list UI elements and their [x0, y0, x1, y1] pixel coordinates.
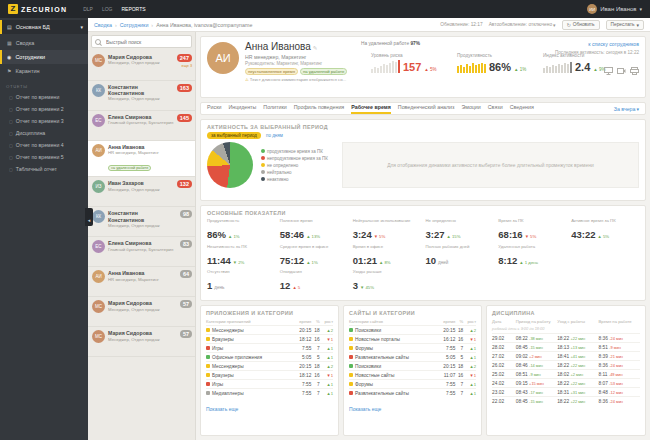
- sidebar-report-item[interactable]: Отчет по времени 5: [0, 151, 88, 163]
- employee-list-item[interactable]: КК Константин Константинов Менеджер, Отд…: [88, 81, 195, 111]
- risk-badge: 163: [177, 84, 192, 92]
- sidebar-report-item[interactable]: Отчет по времени 2: [0, 103, 88, 115]
- sidebar-report-item[interactable]: Дисциплина: [0, 127, 88, 139]
- pie-legend: продуктивное время за ПК непродуктивное …: [261, 149, 328, 182]
- report-item-label: Табличный отчет: [16, 166, 57, 172]
- top-menu-item[interactable]: REPORTS: [121, 6, 145, 12]
- tab[interactable]: Инциденты: [228, 103, 256, 114]
- risk-badge: 57: [180, 330, 192, 338]
- sidebar-item-database[interactable]: Основная БД: [0, 20, 88, 34]
- indicator-value: 3: [353, 281, 358, 291]
- app-category-row[interactable]: Браузеры 18:12 16 ▼1: [206, 371, 333, 380]
- employee-role: Главный бухгалтер, Бухгалтерия: [108, 247, 175, 252]
- tab[interactable]: Рабочее время: [351, 103, 391, 114]
- profile-tag[interactable]: неустановленное время: [245, 68, 298, 75]
- monitor-icon[interactable]: [604, 67, 613, 75]
- employee-list-item[interactable]: ЕС Елена Смирнова Главный бухгалтер, Бух…: [88, 111, 195, 141]
- app-category-row[interactable]: Игры 7:55 7 ▲1: [206, 344, 333, 353]
- legend-dot-icon: [261, 177, 265, 181]
- show-more-link[interactable]: Показать еще: [349, 406, 381, 412]
- employee-list-item[interactable]: ЕС Елена Смирнова Главный бухгалтер, Бух…: [88, 237, 195, 267]
- search-input[interactable]: [104, 38, 188, 46]
- tab[interactable]: Эмоции: [462, 103, 481, 114]
- employee-list-item[interactable]: КК Константин Константинов Менеджер, Отд…: [88, 207, 195, 237]
- site-category-row[interactable]: Новостные порталы 16:12 16 ▼1: [349, 335, 476, 344]
- breadcrumb[interactable]: Сотрудники: [120, 22, 149, 28]
- avatar: КК: [92, 210, 105, 223]
- tab[interactable]: Связи: [488, 103, 503, 114]
- zecurion-logo[interactable]: Z ZECURION: [8, 4, 67, 14]
- site-category-row[interactable]: Форумы 7:55 7 ▲1: [349, 344, 476, 353]
- report-icon: [9, 143, 13, 148]
- indicator-card: Отсутствия 1 день: [207, 270, 275, 291]
- breadcrumb[interactable]: Сводка: [94, 22, 112, 28]
- site-category-row[interactable]: Развлекательные сайты 7:55 7 ▲1: [349, 389, 476, 398]
- sidebar-report-item[interactable]: Отчет по времени 4: [0, 139, 88, 151]
- category-color-icon: [206, 391, 210, 395]
- printer-icon[interactable]: [630, 67, 639, 75]
- edit-icon[interactable]: [311, 41, 318, 52]
- category-color-icon: [349, 337, 353, 341]
- indicator-value: 12: [280, 281, 291, 291]
- employee-list-item[interactable]: АИ Анна Иванова HR менеджер, Маркетинг н…: [88, 141, 195, 177]
- employee-role: Менеджер, Отдел продаж: [108, 307, 175, 312]
- app-category-row[interactable]: Браузеры 18:12 16 ▼1: [206, 335, 333, 344]
- employee-list-item[interactable]: ИЗ Иван Захаров Менеджер, Отдел продаж 1…: [88, 177, 195, 207]
- app-category-row[interactable]: Офисные приложения 5:05 5 ▲1: [206, 353, 333, 362]
- employee-list-item[interactable]: МС Мария Сидорова Менеджер, Отдел продаж…: [88, 51, 195, 81]
- forward-button[interactable]: Переслать: [606, 20, 644, 30]
- profile-avatar: АИ: [207, 42, 239, 74]
- employee-role: HR менеджер, Маркетинг: [108, 150, 175, 155]
- indicator-card: Среднее время в офисе 75:12 ▲ 1%: [280, 245, 348, 266]
- sidebar-item-employees[interactable]: Сотрудники: [0, 50, 88, 64]
- employee-list-item[interactable]: МС Мария Сидорова Менеджер, Отдел продаж…: [88, 297, 195, 327]
- tab[interactable]: Профиль поведения: [294, 103, 345, 114]
- reports-section-label: ОТЧЕТЫ: [0, 78, 88, 91]
- refresh-button[interactable]: Обновить: [562, 20, 600, 30]
- autorefresh-toggle[interactable]: Автообновление: отключено: [489, 22, 556, 28]
- back-to-employees-link[interactable]: к списку сотрудников: [588, 41, 639, 47]
- app-category-row[interactable]: Мессенджеры 20:15 18 ▲2: [206, 326, 333, 335]
- app-category-row[interactable]: Мессенджеры 20:15 18 ▲2: [206, 362, 333, 371]
- site-category-row[interactable]: Новостные сайты 11:07 16 ▼1: [349, 371, 476, 380]
- employee-list-item[interactable]: МС Мария Сидорова Менеджер, Отдел продаж…: [88, 327, 195, 357]
- site-category-row[interactable]: Форумы 7:55 7 ▲1: [349, 380, 476, 389]
- sidebar-report-item[interactable]: Отчет по времени 3: [0, 115, 88, 127]
- show-more-link[interactable]: Показать еще: [206, 406, 238, 412]
- legend-item: неактивно: [261, 177, 328, 182]
- employee-list-item[interactable]: АИ Анна Иванова HR менеджер, Маркетинг 6…: [88, 267, 195, 297]
- app-category-row[interactable]: Медиаплееры 7:55 7 ▲1: [206, 389, 333, 398]
- risk-badge: 57: [180, 300, 192, 308]
- autorefresh-label: Автообновление: отключено: [489, 22, 552, 27]
- top-menu-item[interactable]: DLP: [83, 6, 93, 12]
- report-item-label: Отчет по времени 2: [16, 106, 64, 112]
- sidebar-collapse-button[interactable]: [85, 208, 93, 226]
- sidebar-item-label: Сводка: [16, 40, 35, 46]
- indicator-card: Неактивность за ПК 11:44 ▼ 2%: [207, 245, 275, 266]
- app-category-row[interactable]: Игры 7:55 7 ▲1: [206, 380, 333, 389]
- sidebar-report-item[interactable]: Отчет по времени: [0, 91, 88, 103]
- site-category-row[interactable]: Развлекательные сайты 5:05 5 ▲1: [349, 353, 476, 362]
- sidebar-item-quarantine[interactable]: Карантин: [0, 64, 88, 78]
- tab[interactable]: Сведения: [510, 103, 534, 114]
- site-category-row[interactable]: Поисковики 20:15 18 ▲2: [349, 326, 476, 335]
- trend-delta: ▲ 1%: [514, 67, 526, 73]
- trend-delta: ▼ 2%: [233, 261, 245, 265]
- avatar: ИЗ: [92, 180, 105, 193]
- period-toggle-days[interactable]: по дням: [266, 133, 283, 138]
- profile-tag[interactable]: на удаленной работе: [300, 68, 347, 75]
- tab[interactable]: Политики: [263, 103, 286, 114]
- period-selector[interactable]: За вчера: [614, 106, 639, 112]
- tab[interactable]: Поведенческий анализ: [398, 103, 455, 114]
- period-toggle-active[interactable]: за выбранный период: [207, 132, 261, 139]
- camera-icon[interactable]: [617, 67, 626, 75]
- site-category-row[interactable]: Поисковики 20:15 18 ▲2: [349, 362, 476, 371]
- category-color-icon: [349, 328, 353, 332]
- sidebar-report-item[interactable]: Табличный отчет: [0, 163, 88, 175]
- discipline-row: 22.02 08:45 -15 мин 18:22 +22 мин 8:36 -…: [492, 397, 640, 406]
- user-menu[interactable]: ИИ Иван Иванов: [587, 4, 642, 14]
- indicator-value: 86%: [207, 230, 226, 240]
- tab[interactable]: Риски: [207, 103, 221, 114]
- sidebar-item-summary[interactable]: Сводка: [0, 36, 88, 50]
- top-menu-item[interactable]: LOG: [102, 6, 113, 12]
